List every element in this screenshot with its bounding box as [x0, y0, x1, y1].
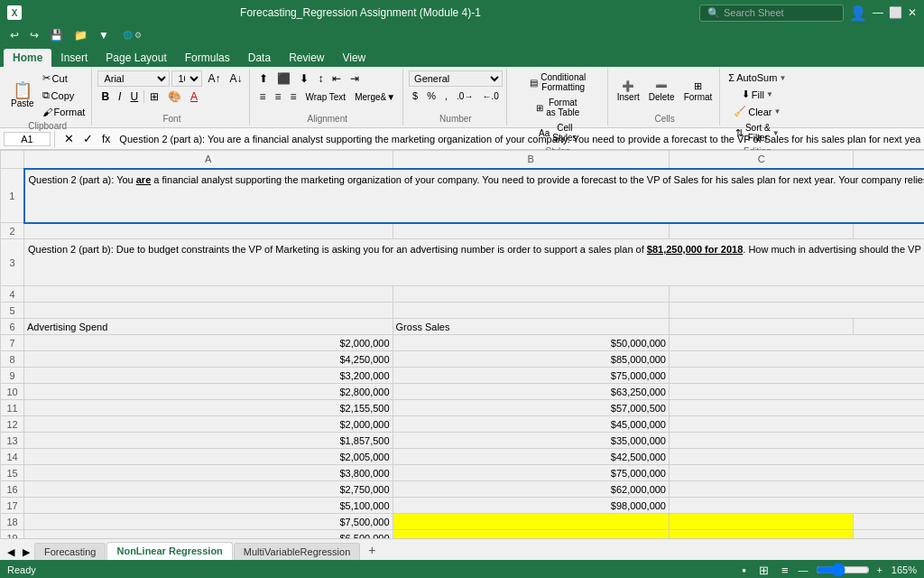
- cell-B4[interactable]: [393, 286, 669, 303]
- cell-A6[interactable]: Advertising Spend: [24, 319, 393, 335]
- cell-A3[interactable]: Question 2 (part b): Due to budget const…: [24, 239, 925, 286]
- redo-button[interactable]: ↪: [27, 28, 42, 42]
- page-layout-view-button[interactable]: ⊞: [756, 563, 772, 578]
- border-button[interactable]: ⊞: [146, 89, 162, 105]
- tab-insert[interactable]: Insert: [51, 49, 97, 67]
- decrease-decimal-button[interactable]: ←.0: [478, 89, 502, 103]
- tab-view[interactable]: View: [333, 49, 374, 67]
- minimize-icon[interactable]: —: [873, 6, 883, 19]
- qa-dropdown[interactable]: ▼: [96, 28, 112, 42]
- col-header-D[interactable]: D: [854, 151, 924, 169]
- sheet-tab-nonlinear[interactable]: NonLinear Regression: [106, 542, 232, 560]
- cell-reference-box[interactable]: A1: [4, 132, 51, 146]
- italic-button[interactable]: I: [115, 89, 125, 105]
- increase-font-button[interactable]: A↑: [204, 70, 224, 87]
- cell-rest-12[interactable]: [669, 416, 924, 433]
- increase-decimal-button[interactable]: .0→: [453, 89, 476, 103]
- wrap-text-button[interactable]: Wrap Text: [302, 90, 350, 104]
- cell-C6[interactable]: [669, 319, 853, 335]
- conditional-formatting-button[interactable]: ▤ ConditionalFormatting: [526, 70, 589, 94]
- sheet-nav-right[interactable]: ▶: [19, 545, 33, 560]
- sheet-tab-forecasting[interactable]: Forecasting: [34, 543, 106, 560]
- cell-A17[interactable]: $5,100,000: [24, 498, 393, 514]
- sheet-container[interactable]: A B C D E F G H I J K L M N: [0, 150, 924, 538]
- cell-rest-7[interactable]: [669, 335, 924, 351]
- sheet-nav-left[interactable]: ◀: [4, 545, 18, 560]
- cell-A1[interactable]: Question 2 (part a): You are a financial…: [24, 169, 925, 223]
- cell-rest-16[interactable]: [669, 481, 924, 498]
- cell-rest-8[interactable]: [669, 351, 924, 368]
- cell-B2[interactable]: [393, 223, 669, 239]
- clear-button[interactable]: 🧹 Clear ▼: [731, 104, 783, 119]
- cell-C4[interactable]: [669, 286, 924, 303]
- cell-D2[interactable]: [854, 223, 924, 239]
- align-center-button[interactable]: ≡: [271, 89, 284, 105]
- formula-input[interactable]: Question 2 (part a): You are a financial…: [119, 134, 920, 144]
- decrease-font-button[interactable]: A↓: [226, 70, 245, 87]
- cell-C18[interactable]: [669, 514, 853, 530]
- font-color-button[interactable]: A: [187, 89, 201, 105]
- bold-button[interactable]: B: [97, 89, 113, 105]
- fill-color-button[interactable]: 🎨: [164, 89, 185, 105]
- merge-center-button[interactable]: Merge&▼: [351, 90, 399, 104]
- search-box[interactable]: 🔍 Search Sheet: [699, 5, 844, 22]
- user-icon[interactable]: 👤: [849, 5, 867, 22]
- cell-rest-19[interactable]: [854, 530, 924, 539]
- cell-B19[interactable]: [393, 530, 669, 539]
- col-header-C[interactable]: C: [669, 151, 853, 169]
- tab-formulas[interactable]: Formulas: [176, 49, 239, 67]
- fill-button[interactable]: ⬇ Fill ▼: [739, 87, 776, 102]
- cell-B14[interactable]: $42,500,000: [393, 449, 669, 465]
- cell-B7[interactable]: $50,000,000: [393, 335, 669, 351]
- copy-button[interactable]: ⧉ Copy: [40, 88, 88, 103]
- cell-A7[interactable]: $2,000,000: [24, 335, 393, 351]
- col-header-B[interactable]: B: [393, 151, 669, 169]
- tab-home[interactable]: Home: [4, 49, 51, 67]
- cell-B12[interactable]: $45,000,000: [393, 416, 669, 433]
- close-icon[interactable]: ✕: [908, 6, 917, 19]
- cell-rest-18[interactable]: [854, 514, 924, 530]
- text-direction-button[interactable]: ↕: [314, 70, 327, 87]
- cell-rest-14[interactable]: [669, 449, 924, 465]
- delete-cells-button[interactable]: ➖ Delete: [645, 79, 679, 104]
- cell-B13[interactable]: $35,000,000: [393, 433, 669, 449]
- cell-A14[interactable]: $2,005,000: [24, 449, 393, 465]
- cell-rest-17[interactable]: [669, 498, 924, 514]
- align-middle-button[interactable]: ⬛: [273, 70, 294, 87]
- cell-A8[interactable]: $4,250,000: [24, 351, 393, 368]
- align-bottom-button[interactable]: ⬇: [296, 70, 312, 87]
- comma-button[interactable]: ,: [441, 89, 451, 103]
- cell-A12[interactable]: $2,000,000: [24, 416, 393, 433]
- open-button[interactable]: 📁: [71, 28, 90, 42]
- cell-A5[interactable]: [24, 303, 393, 319]
- cancel-formula-button[interactable]: ✕: [60, 130, 78, 147]
- cell-rest-9[interactable]: [669, 368, 924, 384]
- cell-A19[interactable]: $6,500,000: [24, 530, 393, 539]
- cell-C2[interactable]: [669, 223, 853, 239]
- cell-B9[interactable]: $75,000,000: [393, 368, 669, 384]
- cell-D6[interactable]: [854, 319, 924, 335]
- font-name-select[interactable]: Arial: [97, 70, 170, 87]
- cell-A13[interactable]: $1,857,500: [24, 433, 393, 449]
- cell-rest-11[interactable]: [669, 400, 924, 416]
- cell-A11[interactable]: $2,155,500: [24, 400, 393, 416]
- format-as-table-button[interactable]: ⊞ Formatas Table: [532, 96, 583, 119]
- undo-button[interactable]: ↩: [7, 28, 22, 42]
- page-break-view-button[interactable]: ≡: [779, 563, 791, 578]
- percent-button[interactable]: %: [423, 89, 439, 103]
- align-left-button[interactable]: ≡: [255, 89, 269, 105]
- cell-A18[interactable]: $7,500,000: [24, 514, 393, 530]
- cell-A4[interactable]: [24, 286, 393, 303]
- cell-B18[interactable]: [393, 514, 669, 530]
- cell-B8[interactable]: $85,000,000: [393, 351, 669, 368]
- cell-rest-15[interactable]: [669, 465, 924, 481]
- font-size-select[interactable]: 10: [171, 70, 202, 87]
- indent-increase-button[interactable]: ⇥: [346, 70, 363, 87]
- confirm-formula-button[interactable]: ✓: [79, 130, 97, 147]
- tab-data[interactable]: Data: [239, 49, 280, 67]
- paste-button[interactable]: 📋 Paste: [7, 80, 38, 110]
- format-painter-button[interactable]: 🖌 Format: [40, 105, 88, 119]
- insert-function-button[interactable]: fx: [98, 131, 114, 147]
- add-sheet-button[interactable]: +: [361, 540, 383, 560]
- number-format-select[interactable]: General: [409, 70, 503, 87]
